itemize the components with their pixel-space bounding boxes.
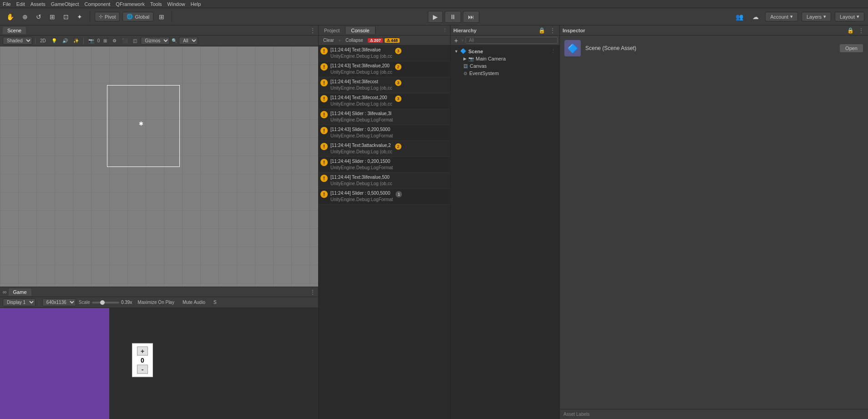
warn-icon: ! (320, 111, 328, 118)
hierarchy-add-chevron[interactable]: ▾ (462, 38, 464, 43)
counter-plus-btn[interactable]: + (137, 347, 148, 356)
shaded-dropdown[interactable]: Shaded (3, 37, 32, 45)
pivot-button[interactable]: ⊹ Pivot (95, 12, 120, 21)
scene-pivot-handle[interactable]: ✱ (139, 121, 143, 126)
entry-line1: [11:24:44] Slider : 3lifevalue,3l (330, 111, 393, 117)
menu-gameobject[interactable]: GameObject (51, 1, 79, 7)
scene-fx-btn[interactable]: ✨ (71, 37, 81, 44)
collab-icon-btn[interactable]: 👥 (733, 11, 746, 22)
hand-tool-button[interactable]: ✋ (4, 11, 17, 22)
account-button[interactable]: Account ▾ (765, 12, 798, 21)
scene-light-btn[interactable]: 💡 (50, 37, 59, 44)
hierarchy-tab-bar: Hierarchy 🔒 ⋮ (451, 25, 559, 35)
global-button[interactable]: 🌐 Global (122, 12, 153, 21)
rotate-tool-button[interactable]: ↺ (33, 11, 44, 22)
console-entry[interactable]: ![11:24:44] Text:3lifecostUnityEngine.De… (319, 77, 450, 93)
maximize-on-play-btn[interactable]: Maximize On Play (135, 299, 177, 305)
scene-tab-menu-icon[interactable]: ⋮ (310, 27, 315, 34)
scene-more-icon[interactable]: ⋮ (551, 48, 556, 54)
scale-tool-button[interactable]: ⊞ (47, 11, 58, 22)
cloud-icon-btn[interactable]: ☁ (750, 11, 761, 22)
scene-search-icon: 🔍 (172, 38, 177, 43)
console-tab-menu-icon[interactable]: ⋮ (440, 27, 450, 33)
entry-text: [11:24:43] Slider : 0,200,5000UnityEngin… (330, 126, 393, 139)
hierarchy-lock-icon[interactable]: 🔒 (537, 27, 547, 34)
scene-tab[interactable]: Scene (3, 27, 26, 34)
warn-icon: ! (320, 143, 328, 150)
menu-help[interactable]: Help (191, 1, 201, 7)
console-entry[interactable]: ![11:24:44] Text:3lifecost,200UnityEngin… (319, 93, 450, 109)
right-top: Hierarchy 🔒 ⋮ + ▾ ▼ 🔷 (451, 25, 868, 419)
clear-dropdown-arrow[interactable]: ▾ (339, 38, 341, 43)
all-dropdown[interactable]: All (179, 37, 198, 45)
console-tab[interactable]: Console (345, 27, 375, 34)
hierarchy-scene-row[interactable]: ▼ 🔷 Scene ⋮ (451, 47, 559, 55)
console-tab-bar: Project Console ⋮ (319, 25, 450, 35)
console-entry[interactable]: ![11:24:44] Text:3lifevalue,500UnityEngi… (319, 173, 450, 189)
transform-tool-button[interactable]: ✦ (74, 11, 85, 22)
console-entry[interactable]: ![11:24:44] Text:3attackvalue,2UnityEngi… (319, 141, 450, 157)
scene-canvas[interactable]: ✱ (0, 46, 318, 287)
menu-tools[interactable]: Tools (150, 1, 162, 7)
hierarchy-add-button[interactable]: + (452, 36, 460, 45)
console-entry[interactable]: ![11:24:44] Slider : 0,200,1500UnityEngi… (319, 157, 450, 173)
game-tab[interactable]: Game (9, 288, 31, 296)
main-content: Scene ⋮ Shaded 2D 💡 🔊 ✨ 📷 0 ⊞ ⚙ ⬛ ◫ (0, 25, 868, 419)
error-icon: ⚠ (370, 38, 373, 43)
gizmos-dropdown[interactable]: Gizmos (141, 37, 170, 45)
hierarchy-search-input[interactable] (466, 37, 558, 44)
rect-tool-button[interactable]: ⊡ (61, 11, 71, 22)
left-panel: Scene ⋮ Shaded 2D 💡 🔊 ✨ 📷 0 ⊞ ⚙ ⬛ ◫ (0, 25, 319, 419)
inspector-menu-icon[interactable]: ⋮ (857, 27, 865, 34)
console-entry[interactable]: ![11:24:43] Text:3lifevalue,200UnityEngi… (319, 61, 450, 77)
hierarchy-label: Hierarchy (453, 28, 477, 33)
menu-component[interactable]: Component (84, 1, 110, 7)
scene-grid-settings-btn[interactable]: ⚙ (111, 37, 118, 44)
entry-count-badge: 3 (395, 80, 401, 86)
collapse-button[interactable]: Collapse (343, 37, 366, 43)
hierarchy-item-eventsystem[interactable]: ⚙ EventSystem (451, 70, 559, 77)
open-scene-button[interactable]: Open (839, 44, 863, 53)
eventsystem-label: EventSystem (469, 71, 499, 76)
project-tab[interactable]: Project (319, 27, 345, 34)
scene-grid-btn[interactable]: ⊞ (102, 37, 109, 44)
console-entry[interactable]: ![11:24:44] Text:3lifevalueUnityEngine.D… (319, 45, 450, 61)
play-button[interactable]: ▶ (428, 11, 443, 23)
menu-qframework[interactable]: QFramework (116, 1, 145, 7)
error-count: 207 (374, 38, 381, 43)
console-entry[interactable]: ![11:24:44] Slider : 0,500,5000UnityEngi… (319, 189, 450, 205)
layout-button[interactable]: Layout ▾ (835, 12, 864, 21)
step-button[interactable]: ⏭ (463, 11, 479, 23)
scene-layout-btn[interactable]: ⬛ (120, 37, 129, 44)
resolution-dropdown[interactable]: 640x1136 (42, 298, 76, 306)
2d-button[interactable]: 2D (38, 37, 48, 44)
counter-minus-btn[interactable]: - (137, 365, 148, 374)
move-tool-button[interactable]: ⊕ (20, 11, 30, 22)
main-camera-label: Main Camera (476, 56, 506, 61)
scene-camera-btn[interactable]: 📷 (86, 37, 96, 44)
grid-button[interactable]: ⊞ (156, 11, 167, 22)
scale-slider-thumb[interactable] (100, 300, 105, 305)
pause-button[interactable]: ⏸ (445, 11, 461, 23)
scene-aspect-btn[interactable]: ◫ (131, 37, 139, 44)
menu-file[interactable]: File (3, 1, 11, 7)
entry-count-badge: 2 (395, 64, 401, 70)
mute-audio-btn[interactable]: Mute Audio (180, 299, 208, 305)
menu-assets[interactable]: Assets (30, 1, 46, 7)
game-tab-menu-icon[interactable]: ⋮ (310, 289, 315, 295)
scale-slider-track[interactable] (92, 302, 119, 303)
entry-line1: [11:24:44] Text:3lifevalue,500 (330, 174, 392, 181)
stats-btn[interactable]: S (211, 299, 219, 305)
menu-window[interactable]: Window (168, 1, 185, 7)
console-entry[interactable]: ![11:24:43] Slider : 0,200,5000UnityEngi… (319, 125, 450, 141)
hierarchy-item-canvas[interactable]: 🖼 Canvas (451, 62, 559, 70)
clear-button[interactable]: Clear (320, 37, 337, 43)
menu-edit[interactable]: Edit (16, 1, 25, 7)
display-dropdown[interactable]: Display 1 (3, 298, 36, 306)
hierarchy-item-main-camera[interactable]: ▶ 📷 Main Camera (451, 55, 559, 62)
scene-audio-btn[interactable]: 🔊 (61, 37, 70, 44)
hierarchy-menu-icon[interactable]: ⋮ (548, 27, 557, 34)
inspector-lock-icon[interactable]: 🔒 (846, 27, 855, 34)
layers-button[interactable]: Layers ▾ (802, 12, 831, 21)
console-entry[interactable]: ![11:24:44] Slider : 3lifevalue,3lUnityE… (319, 109, 450, 125)
